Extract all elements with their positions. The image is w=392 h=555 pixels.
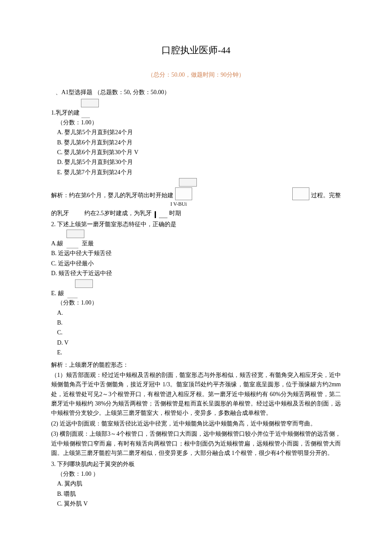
q2-score: （分数：1.00） <box>57 298 341 308</box>
q2-option-c: C. 近远中径最小 <box>51 259 341 268</box>
q2-answer-e: E. <box>57 348 341 357</box>
q1-option-c: C. 婴儿第6个月直到第30个月 V <box>57 148 341 157</box>
text-fragment: E. 龈 <box>51 289 64 298</box>
blank-line <box>159 213 167 218</box>
q2-answer-a: A. <box>57 308 341 318</box>
document-page: 口腔执业医师-44 （总分：50.00，做题时间：90分钟） 、A1型选择题 （… <box>0 0 392 555</box>
placeholder-icon <box>75 279 93 288</box>
q2-analysis-p2: (2) 近远中剖面观：髓室颊舌径比近远中径宽，近中颊髓角比远中颊髓角高，近中颊侧… <box>51 419 341 428</box>
q2-option-a: A.龈 至最 <box>51 239 341 248</box>
blank-line <box>81 112 90 118</box>
text-fragment: 时期 <box>169 209 181 218</box>
q1-option-d: D. 婴儿第5个月直到第30个月 <box>57 158 341 167</box>
question-1: 1.乳牙的建 （分数：1.00） A. 婴儿第5个月直到第24个月 B. 婴儿第… <box>51 99 341 218</box>
q1-stem: 1.乳牙的建 <box>51 108 80 118</box>
q3-option-c: C. 翼外肌 V <box>57 499 341 509</box>
text-fragment: 约在2.5岁时建成，为乳牙 <box>84 209 152 218</box>
exam-meta: （总分：50.00，做题时间：90分钟） <box>51 70 341 80</box>
text-fragment: 至最 <box>82 239 94 248</box>
q2-analysis-head: 解析：上颌磨牙的髓腔形态： <box>51 360 341 370</box>
q3-option-b: B. 嚼肌 <box>57 489 341 499</box>
q1-option-b: B. 婴儿第6个月直到第24个月 <box>57 138 341 147</box>
bar-icon <box>155 211 156 218</box>
q2-option-e: E. 龈 <box>51 289 341 298</box>
q2-answer-b: B. <box>57 318 341 328</box>
q2-analysis-p3: (3) 横剖面观：上颌部3～4个根管口，舌侧根管口大而圆，远中颊侧根管口较小并位… <box>51 429 341 458</box>
placeholder-icon <box>81 99 99 107</box>
placeholder-icon <box>179 178 197 187</box>
q2-option-d: D. 颊舌径大于近远中径 <box>51 269 341 278</box>
q3-score: （分数：1.00 ） <box>57 469 341 479</box>
question-3: 3. 下列哪块肌肉起于翼突的外板 （分数：1.00 ） A. 翼内肌 B. 嚼肌… <box>51 460 341 509</box>
q2-answer-c: C. <box>57 328 341 337</box>
section-header: 、A1型选择题 （总题数：50, 分数：50.00） <box>55 88 341 97</box>
q2-answer-d: D. V <box>57 338 341 348</box>
q1-option-e: E. 婴儿第7个月直到第24个月 <box>57 168 341 177</box>
q1-analysis-line2: 的乳牙 约在2.5岁时建成，为乳牙 时期 <box>51 209 341 218</box>
text-fragment: 的乳牙 <box>51 209 69 218</box>
question-2: 2. 下述上颌第一磨牙髓室形态特征中，正确的是 A.龈 至最 B. 近远中径大于… <box>51 220 341 458</box>
placeholder-box <box>292 187 309 200</box>
q1-analysis-text-right: 过程。完整 <box>311 191 341 200</box>
q2-option-b: B. 近远中径大于颊舌径 <box>51 249 341 258</box>
blank-line <box>66 243 78 248</box>
q3-stem: 3. 下列哪块肌肉起于翼突的外板 <box>51 460 341 469</box>
q1-mid-label: I V-BUi <box>170 200 341 208</box>
q3-option-a: A. 翼内肌 <box>57 479 341 489</box>
placeholder-box <box>175 187 192 200</box>
q2-stem: 2. 下述上颌第一磨牙髓室形态特征中，正确的是 <box>51 220 341 229</box>
page-title: 口腔执业医师-44 <box>51 43 341 58</box>
text-fragment: A.龈 <box>51 239 63 248</box>
blank-line <box>67 293 78 298</box>
placeholder-icon <box>66 230 84 238</box>
q1-analysis-text-left: 解析：约在第6个月，婴儿的乳牙萌出时开始建 <box>51 191 173 200</box>
q2-analysis-p1: （1）颊舌部面观：经过近中颊根及舌根的剖面，髓室形态与外形相似，颊舌径宽，有髓角… <box>51 371 341 418</box>
q1-option-a: A. 婴儿第5个月直到第24个月 <box>57 128 341 137</box>
q1-analysis-line1: 解析：约在第6个月，婴儿的乳牙萌出时开始建 过程。完整 <box>51 187 341 200</box>
q1-score: （分数：1.00） <box>57 118 341 127</box>
